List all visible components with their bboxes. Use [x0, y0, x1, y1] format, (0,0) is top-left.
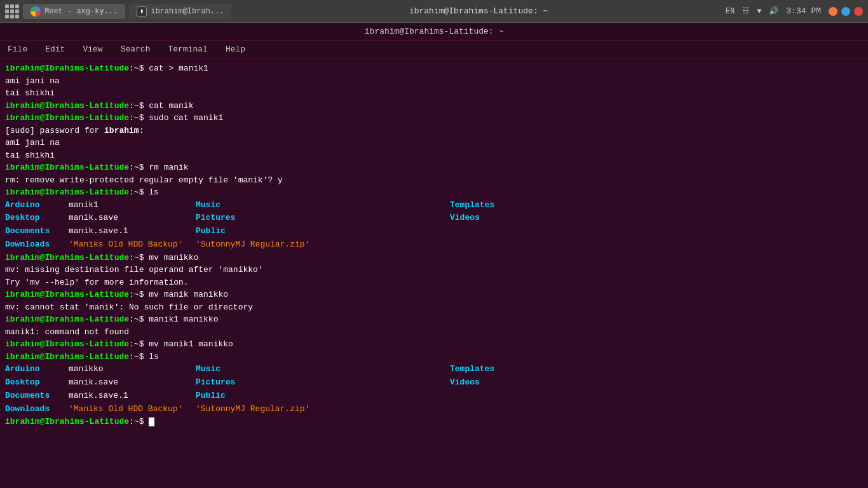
line-6: [sudo] password for ibrahim:	[5, 125, 863, 137]
clock: 3:34 PM	[786, 6, 821, 16]
taskbar: Meet - axg-ky... ▮ ibrahim@Ibrah... ibra…	[0, 0, 868, 23]
line-20: ibrahim@Ibrahims-Latitude:~$ ls	[5, 351, 863, 363]
line-19: ibrahim@Ibrahims-Latitude:~$ mv manik1 m…	[5, 338, 863, 351]
wc-red-btn[interactable]	[854, 7, 863, 16]
line-final: ibrahim@Ibrahims-Latitude:~$	[5, 416, 863, 428]
taskbar-center-title: ibrahim@Ibrahims-Latitude: ~	[235, 6, 721, 16]
terminal-titlebar: ibrahim@Ibrahims-Latitude: ~	[0, 23, 868, 41]
bluetooth-icon: ☷	[742, 6, 749, 16]
volume-icon: 🔊	[769, 6, 778, 16]
apps-grid-icon[interactable]	[5, 4, 19, 18]
terminal-body[interactable]: ibrahim@Ibrahims-Latitude:~$ cat > manik…	[0, 58, 868, 488]
taskbar-right: EN ☷ ▼ 🔊 3:34 PM	[726, 6, 863, 16]
line-7: ami jani na	[5, 137, 863, 149]
line-5: ibrahim@Ibrahims-Latitude:~$ sudo cat ma…	[5, 112, 863, 125]
line-9: ibrahim@Ibrahims-Latitude:~$ rm manik	[5, 161, 863, 174]
line-4: ibrahim@Ibrahims-Latitude:~$ cat manik	[5, 100, 863, 112]
wc-blue-btn[interactable]	[841, 7, 850, 16]
wc-orange-btn[interactable]	[829, 7, 837, 16]
tab-terminal-label: ibrahim@Ibrah...	[151, 7, 224, 16]
terminal-tab-icon: ▮	[137, 6, 147, 17]
menu-terminal[interactable]: Terminal	[164, 43, 211, 55]
line-14: Try 'mv --help' for more information.	[5, 276, 863, 289]
wifi-icon: ▼	[757, 7, 761, 16]
cursor-blink	[149, 417, 154, 426]
line-12: ibrahim@Ibrahims-Latitude:~$ mv manikko	[5, 252, 863, 264]
line-16: mv: cannot stat 'manik': No such file or…	[5, 301, 863, 314]
line-17: ibrahim@Ibrahims-Latitude:~$ manik1 mani…	[5, 313, 863, 326]
line-18: manik1: command not found	[5, 326, 863, 339]
line-3: tai shikhi	[5, 87, 863, 100]
terminal-window: ibrahim@Ibrahims-Latitude: ~ File Edit V…	[0, 23, 868, 488]
ls-output-1: Arduino manik1 Music Templates Desktop m…	[5, 199, 863, 252]
terminal-title: ibrahim@Ibrahims-Latitude: ~	[365, 27, 503, 36]
lang-indicator: EN	[726, 7, 735, 16]
chrome-icon	[31, 6, 41, 17]
menu-help[interactable]: Help	[222, 43, 249, 55]
line-10: rm: remove write-protected regular empty…	[5, 174, 863, 187]
line-8: tai shikhi	[5, 149, 863, 162]
line-11: ibrahim@Ibrahims-Latitude:~$ ls	[5, 186, 863, 199]
line-1: ibrahim@Ibrahims-Latitude:~$ cat > manik…	[5, 62, 863, 75]
window-controls	[829, 7, 863, 16]
ls-output-2: Arduino manikko Music Templates Desktop …	[5, 363, 863, 416]
tab-terminal[interactable]: ▮ ibrahim@Ibrah...	[129, 4, 231, 19]
line-15: ibrahim@Ibrahims-Latitude:~$ mv manik ma…	[5, 288, 863, 301]
menu-search[interactable]: Search	[117, 43, 154, 55]
line-2: ami jani na	[5, 75, 863, 88]
terminal-menubar: File Edit View Search Terminal Help	[0, 41, 868, 58]
menu-view[interactable]: View	[79, 43, 106, 55]
line-13: mv: missing destination file operand aft…	[5, 264, 863, 276]
tab-chrome[interactable]: Meet - axg-ky...	[23, 4, 125, 19]
tab-chrome-label: Meet - axg-ky...	[44, 7, 118, 16]
menu-file[interactable]: File	[4, 43, 31, 55]
menu-edit[interactable]: Edit	[41, 43, 69, 55]
